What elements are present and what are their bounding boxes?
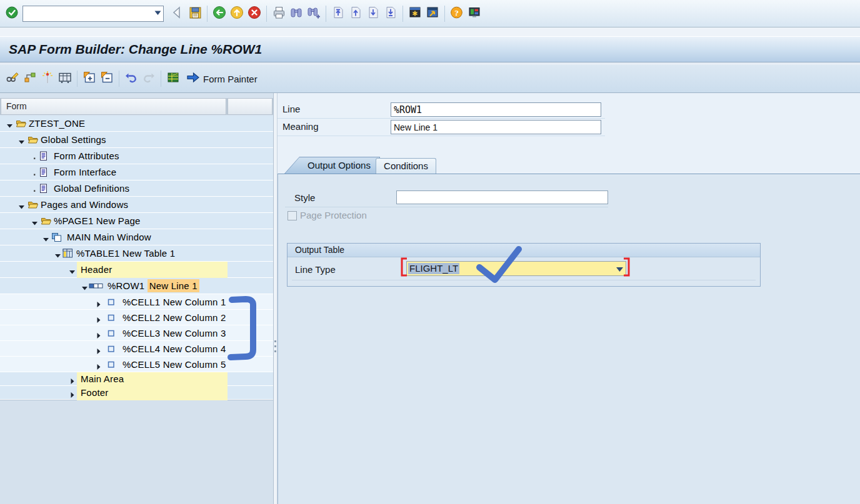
tree-header-form-column[interactable]: Form [1,98,226,115]
tree-item-ztest-one[interactable]: ZTEST_ONE [0,116,273,132]
tab-conditions[interactable]: Conditions [376,158,436,174]
display-change-button[interactable] [4,69,21,88]
tab-output-options[interactable]: Output Options [284,157,380,174]
tree-item-cell1-new-column-1[interactable]: %CELL1 New Column 1 [0,294,273,310]
table-painter-button[interactable] [56,69,74,88]
page-protection-label: Page Protection [300,210,367,220]
expanded-arrow-icon[interactable] [42,234,50,242]
chevron-down-icon[interactable] [616,264,624,275]
line-detail-header: Line Meaning Output Options Conditions [278,93,860,174]
splitter-handle-icon[interactable] [274,337,276,355]
last-page-button[interactable] [382,4,399,23]
print-button[interactable] [270,4,288,23]
previous-page-button[interactable] [347,4,364,23]
tree-item-cell2-new-column-2[interactable]: %CELL2 New Column 2 [0,310,273,325]
create-shortcut-button[interactable] [424,4,441,23]
line-field-input[interactable] [391,102,601,117]
back-button[interactable] [211,4,228,23]
help-button[interactable]: ? [448,4,466,23]
tree-item-main-area[interactable]: Main Area [0,372,273,386]
tree-item-page1-new-page[interactable]: %PAGE1 New Page [0,213,273,229]
redo-button[interactable] [140,69,158,88]
exit-button[interactable] [228,4,246,23]
command-field-input[interactable] [22,6,164,22]
save-button[interactable] [186,4,204,23]
toolbar-separator [444,6,445,22]
field-list-button[interactable]: x=? [164,69,182,88]
form-painter-button[interactable]: Form Painter [182,69,260,88]
cancel-button[interactable] [246,4,263,23]
back-nav-button[interactable] [169,4,186,23]
tab-output-options-label[interactable]: Output Options [285,157,379,174]
command-field-dropdown-icon[interactable] [152,7,162,19]
expanded-arrow-icon[interactable] [18,137,26,144]
tree-item-label: %TABLE1 New Table 1 [76,245,175,262]
tree-item-label: Footer [81,386,109,400]
collapsed-arrow-icon[interactable] [95,346,102,353]
system-toolbar: ? [0,0,860,27]
tree-item-form-attributes[interactable]: Form Attributes [0,148,273,164]
cell-icon [108,360,115,371]
toolbar-separator [326,6,326,22]
first-page-icon [331,5,346,22]
collapsed-arrow-icon[interactable] [69,376,76,383]
collapse-subtree-icon [99,70,114,87]
tree-item-label: Form Interface [54,164,116,180]
tree-item-main-main-window[interactable]: MAIN Main Window [0,229,273,245]
next-page-button[interactable] [364,4,382,23]
expanded-arrow-icon[interactable] [69,267,76,274]
output-options-tab-body: Style Page Protection Output Table Line … [278,174,860,504]
tree-item-cell5-new-column-5[interactable]: %CELL5 New Column 5 [0,357,273,372]
toolbar-separator [266,6,267,22]
panel-splitter[interactable] [273,93,278,504]
navigate-button[interactable] [21,69,39,88]
first-page-button[interactable] [329,4,347,23]
page-protection-checkbox[interactable] [288,211,297,220]
row-icon [89,281,104,292]
collapsed-arrow-icon[interactable] [95,330,102,338]
tree-item-row1[interactable]: %ROW1 New Line 1 [0,278,273,294]
collapsed-arrow-icon[interactable] [95,315,102,322]
folder-icon [28,135,39,147]
expanded-arrow-icon[interactable] [31,218,39,225]
page-title: SAP Form Builder: Change Line %ROW1 [0,37,860,62]
tree-item-global-settings[interactable]: Global Settings [0,132,273,148]
line-type-combobox[interactable]: FLIGHT_LT [406,261,626,276]
style-field-label: Style [294,192,315,203]
pattern-button[interactable] [39,69,56,88]
back-nav-icon [170,5,185,22]
collapse-subtree-button[interactable] [98,69,116,88]
undo-button[interactable] [122,69,140,88]
expanded-arrow-icon[interactable] [6,121,14,128]
leaf-dot-icon [31,185,39,193]
enter-icon [5,5,20,22]
title-bar: SAP Form Builder: Change Line %ROW1 [0,36,860,62]
enter-button[interactable] [4,4,21,23]
find-next-button[interactable] [305,4,322,23]
tree-item-form-interface[interactable]: Form Interface [0,164,273,180]
style-row-separator [285,207,608,207]
collapsed-arrow-icon[interactable] [95,299,102,307]
tree-item-table1-new-table-1[interactable]: %TABLE1 New Table 1 [0,245,273,262]
expanded-arrow-icon[interactable] [81,283,89,290]
expanded-arrow-icon[interactable] [54,250,62,258]
style-field-input[interactable] [396,190,608,204]
tree-item-cell3-new-column-3[interactable]: %CELL3 New Column 3 [0,325,273,341]
expanded-arrow-icon[interactable] [18,202,26,209]
collapsed-arrow-icon[interactable] [69,390,76,397]
customize-layout-button[interactable] [466,4,483,23]
collapsed-arrow-icon[interactable] [95,362,102,369]
expand-subtree-button[interactable] [81,69,98,88]
find-button[interactable] [288,4,305,23]
tree-item-footer[interactable]: Footer [0,386,273,400]
find-icon [289,5,304,22]
new-session-button[interactable] [406,4,424,23]
pattern-icon [40,70,55,87]
tree-item-pages-and-windows[interactable]: Pages and Windows [0,197,273,213]
cell-icon [108,313,115,324]
tree-item-header[interactable]: Header [0,262,273,278]
tree-item-global-definitions[interactable]: Global Definitions [0,180,273,197]
tree-item-cell4-new-column-4[interactable]: %CELL4 New Column 4 [0,341,273,357]
meaning-field-input[interactable] [391,120,601,134]
tree-item-label: %CELL4 New Column 4 [122,341,226,357]
